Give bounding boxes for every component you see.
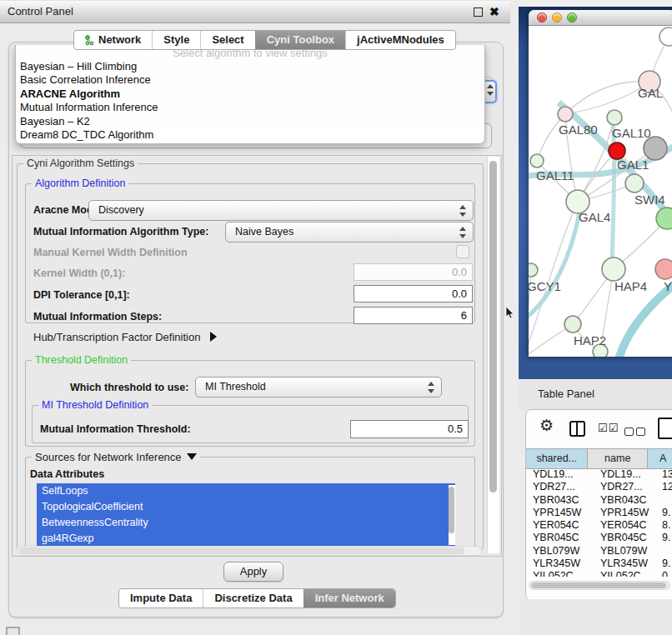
mouse-cursor — [505, 307, 515, 320]
close-icon[interactable]: ✖ — [489, 1, 499, 22]
algorithm-dropdown-popup: Select algorithm to view settings Bayesi… — [15, 45, 485, 144]
tab-infer-network[interactable]: Infer Network — [303, 589, 395, 608]
sources-group-title[interactable]: Sources for Network Inference — [32, 451, 200, 463]
network-node[interactable] — [564, 316, 581, 332]
network-node[interactable] — [659, 28, 672, 46]
table-row[interactable]: YPR145WYPR145W9. — [526, 507, 672, 519]
control-panel-title: Control Panel — [8, 1, 73, 22]
gear-icon[interactable]: ⚙ — [539, 416, 554, 435]
network-node[interactable] — [607, 110, 622, 125]
cyni-bottom-tabs: Impute Data Discretize Data Infer Networ… — [118, 588, 396, 608]
mi-type-combo[interactable]: Naive Bayes — [225, 222, 474, 242]
scrollbar-thumb[interactable] — [19, 548, 464, 554]
table-row[interactable]: YBL079WYBL079W — [526, 545, 672, 558]
dpi-tolerance-field[interactable]: 0.0 — [354, 285, 473, 302]
tab-jactivemnodules-label: jActiveMNodules — [357, 31, 444, 49]
which-threshold-combo[interactable]: MI Threshold — [195, 377, 442, 398]
popup-item[interactable]: Bayesian – Hill Climbing — [16, 60, 484, 73]
table-row[interactable]: YDL19...YDL19...13 — [526, 468, 672, 481]
network-node[interactable] — [656, 208, 672, 229]
column-header-partial[interactable]: A — [648, 449, 672, 468]
tab-discretize-data-label: Discretize Data — [214, 589, 292, 608]
table-panel-titlebar: Table Panel — [519, 379, 672, 410]
network-node[interactable] — [602, 258, 625, 281]
spinner-arrows-icon — [487, 83, 494, 97]
network-icon — [85, 35, 94, 46]
export-table-icon[interactable] — [658, 418, 672, 439]
network-node[interactable] — [644, 137, 667, 160]
tab-jactivemnodules[interactable]: jActiveMNodules — [345, 31, 455, 49]
tab-discretize-data[interactable]: Discretize Data — [203, 589, 303, 608]
tab-select-label: Select — [212, 31, 243, 49]
tab-select[interactable]: Select — [200, 31, 254, 49]
popup-item[interactable]: Dream8 DC_TDC Algorithm — [16, 128, 484, 142]
tab-style[interactable]: Style — [152, 31, 200, 49]
attribute-item-selected[interactable]: gal4RGexp — [37, 531, 455, 547]
scrollbar-thumb[interactable] — [449, 487, 454, 533]
scrollbar-thumb[interactable] — [531, 582, 666, 588]
scrollbar-thumb[interactable] — [489, 161, 497, 492]
aracne-mode-combo[interactable]: Discovery — [88, 200, 474, 221]
attribute-item-selected[interactable]: BetweennessCentrality — [37, 515, 455, 531]
zoom-traffic-light-icon[interactable] — [567, 12, 577, 22]
tab-cyni-toolbox[interactable]: Cyni Toolbox — [255, 31, 345, 49]
manual-kernel-checkbox[interactable] — [456, 245, 469, 258]
network-node[interactable] — [609, 142, 625, 159]
network-edge[interactable] — [537, 82, 649, 161]
network-edge[interactable] — [565, 82, 649, 114]
hub-factor-expander[interactable]: Hub/Transcription Factor Definition — [33, 331, 217, 343]
popup-item[interactable]: Basic Correlation Inference — [16, 73, 484, 87]
which-threshold-value: MI Threshold — [205, 381, 266, 392]
popup-item-selected[interactable]: ARACNE Algorithm — [16, 88, 484, 101]
network-node[interactable] — [558, 107, 573, 122]
table-panel-title: Table Panel — [538, 380, 594, 408]
combo-arrows-icon — [459, 226, 467, 239]
attribute-item-selected[interactable]: SelfLoops — [37, 483, 455, 499]
select-all-icon[interactable]: ☑☑ — [598, 422, 619, 434]
table-row[interactable]: YER054CYER054C8. — [526, 519, 672, 532]
network-node[interactable] — [530, 154, 544, 168]
float-window-icon[interactable] — [474, 8, 483, 17]
column-header-shared-name[interactable]: shared... — [526, 449, 588, 468]
table-window: ⚙ ☑☑ shared... name A YDL19...YDL19...13… — [525, 409, 672, 601]
table-row[interactable]: YDR27...YDR27...12 — [526, 481, 672, 493]
attributes-list-scrollbar[interactable] — [449, 485, 455, 545]
kernel-width-field[interactable]: 0.0 — [354, 263, 473, 281]
hub-factor-expander-label: Hub/Transcription Factor Definition — [33, 331, 200, 343]
attribute-item-selected[interactable]: TopologicalCoefficient — [37, 499, 455, 515]
network-node-label: HAP2 — [574, 333, 606, 348]
data-attributes-list: SelfLoops TopologicalCoefficient Between… — [37, 483, 455, 547]
apply-button[interactable]: Apply — [223, 562, 283, 582]
table-row[interactable]: YBR043CYBR043C — [526, 494, 672, 507]
right-top-strip — [519, 0, 672, 7]
column-layout-icon[interactable] — [569, 421, 585, 437]
table-row[interactable]: YBR045CYBR045C9. — [526, 532, 672, 544]
network-node-label: Y — [664, 279, 672, 293]
tab-network[interactable]: Network — [74, 31, 152, 49]
mi-steps-field[interactable]: 6 — [354, 307, 473, 324]
popup-item[interactable]: Bayesian – K2 — [16, 115, 484, 128]
table-row[interactable]: YIL052CYIL052C0. — [526, 570, 672, 577]
mi-type-label: Mutual Information Algorithm Type: — [33, 226, 208, 238]
table-row[interactable]: YLR345WYLR345W9. — [526, 558, 672, 570]
settings-horizontal-scrollbar[interactable] — [17, 546, 482, 556]
popup-item[interactable]: Mutual Information Inference — [16, 101, 484, 114]
network-node[interactable] — [625, 174, 644, 192]
network-canvas[interactable]: GALGAL80GAL10GAL1GAL11GAL4SWI4GCY1HAP4YH… — [529, 26, 672, 357]
mi-threshold-field[interactable]: 0.5 — [350, 420, 469, 438]
tab-impute-data[interactable]: Impute Data — [119, 589, 203, 608]
network-node-label: SWI4 — [634, 192, 665, 207]
deselect-all-icon[interactable] — [624, 424, 648, 439]
column-header-name[interactable]: name — [588, 449, 648, 468]
close-traffic-light-icon[interactable] — [537, 12, 547, 22]
table-horizontal-scrollbar[interactable] — [529, 581, 670, 590]
dock-window-icon[interactable] — [6, 627, 20, 635]
tab-impute-data-label: Impute Data — [130, 589, 192, 608]
data-attributes-label: Data Attributes — [30, 468, 104, 480]
screen: Control Panel ✖ Network Style Select Cyn… — [0, 0, 672, 635]
settings-scrollbar[interactable] — [487, 157, 499, 553]
network-node[interactable] — [529, 263, 538, 277]
network-node[interactable] — [655, 259, 672, 279]
network-node-label: GAL10 — [612, 126, 651, 140]
minimize-traffic-light-icon[interactable] — [552, 12, 562, 22]
